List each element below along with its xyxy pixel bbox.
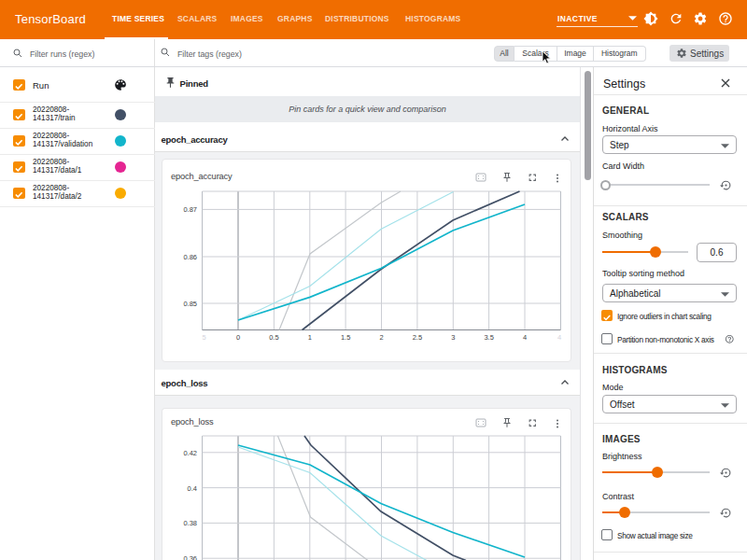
svg-text:3: 3 (451, 333, 455, 342)
svg-text:0.87: 0.87 (183, 205, 197, 214)
svg-text:5: 5 (202, 333, 205, 342)
svg-text:1: 1 (308, 333, 312, 342)
svg-text:4: 4 (523, 333, 527, 342)
svg-text:0.86: 0.86 (183, 253, 197, 261)
svg-text:0.38: 0.38 (183, 519, 197, 527)
svg-text:2.5: 2.5 (413, 333, 422, 342)
svg-text:1.5: 1.5 (341, 333, 350, 342)
svg-text:3.5: 3.5 (484, 333, 493, 342)
svg-text:2: 2 (379, 333, 383, 342)
svg-text:0.42: 0.42 (183, 449, 197, 457)
svg-text:4: 4 (557, 333, 561, 342)
svg-text:0.36: 0.36 (183, 554, 197, 560)
svg-text:0.5: 0.5 (269, 333, 278, 342)
svg-text:0.85: 0.85 (183, 300, 197, 308)
svg-text:0: 0 (236, 333, 240, 342)
svg-text:0.4: 0.4 (188, 484, 197, 493)
